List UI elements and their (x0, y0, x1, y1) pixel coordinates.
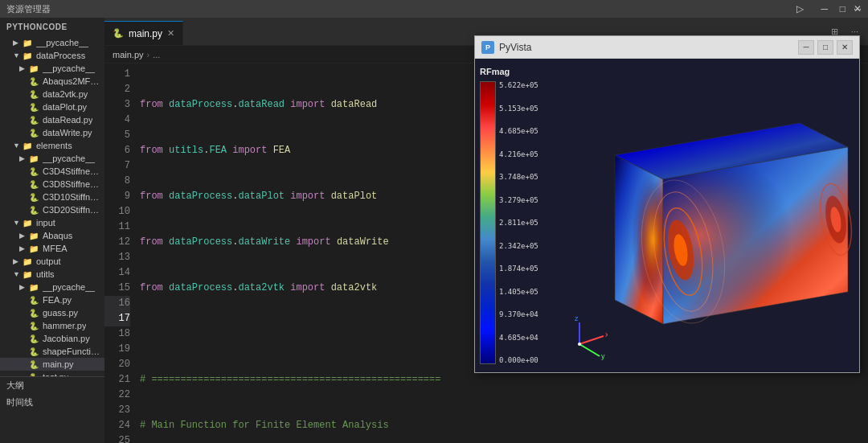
sidebar-item-abaqus[interactable]: ▶ 📁 Abaqus (0, 229, 104, 242)
sidebar-item-pycache-root[interactable]: ▶ 📁 __pycache__ (0, 36, 104, 49)
sidebar-item-fea[interactable]: 🐍 FEA.py (0, 293, 104, 306)
sidebar-item-pycache-dp[interactable]: ▶ 📁 __pycache__ (0, 62, 104, 75)
sidebar-item-label: elements (36, 141, 72, 150)
sidebar-item-dataplot[interactable]: 🐍 dataPlot.py (0, 100, 104, 113)
py-icon: 🐍 (29, 90, 40, 99)
sidebar-item-label: FEA.py (43, 295, 72, 305)
tab-main-py[interactable]: 🐍 main.py ✕ (104, 21, 183, 45)
folder-icon: 📁 (23, 51, 34, 60)
color-legend: RFmag 5.622e+05 5.153e+05 4.685e+05 4.21… (475, 59, 547, 372)
sidebar-item-label: input (36, 218, 55, 228)
sidebar-item-label: __pycache__ (43, 154, 95, 163)
folder-icon: 📁 (23, 39, 34, 47)
legend-val-10: 9.370e+04 (499, 310, 538, 318)
pyvista-content: RFmag 5.622e+05 5.153e+05 4.685e+05 4.21… (475, 59, 859, 372)
legend-val-11: 4.685e+04 (499, 334, 538, 342)
folder-icon: 📁 (29, 154, 40, 163)
sidebar-item-label: C3D4Stiffness.py (43, 166, 101, 176)
folder-icon: 📁 (23, 142, 34, 150)
title-bar-close[interactable]: ✕ (854, 0, 862, 18)
sidebar-timeline[interactable]: 时间线 (0, 394, 104, 411)
svg-point-6 (578, 343, 581, 346)
tab-close-button[interactable]: ✕ (167, 28, 174, 39)
sidebar-item-data2vtk[interactable]: 🐍 data2vtk.py (0, 88, 104, 100)
sidebar-item-label: utitls (36, 269, 55, 279)
py-icon: 🐍 (29, 180, 40, 189)
sidebar-item-label: dataPlot.py (43, 102, 87, 112)
sidebar-item-shapefunction[interactable]: 🐍 shapeFunction.py (0, 345, 104, 358)
py-icon: 🐍 (29, 296, 40, 305)
sidebar-item-output[interactable]: ▶ 📁 output (0, 255, 104, 268)
sidebar-item-c3d8[interactable]: 🐍 C3D8Stiffness.py (0, 178, 104, 191)
sidebar-item-label: main.py (43, 359, 74, 369)
sidebar-item-utitls[interactable]: ▼ 📁 utitls (0, 268, 104, 281)
sidebar-item-elements[interactable]: ▼ 📁 elements (0, 139, 104, 152)
sidebar-item-label: dataRead.py (43, 115, 92, 125)
pyvista-minimize-button[interactable]: ─ (798, 40, 814, 55)
arrow-icon: ▶ (13, 257, 23, 265)
folder-icon: 📁 (23, 219, 34, 228)
svg-text:x: x (605, 330, 608, 338)
py-icon: 🐍 (29, 360, 40, 369)
arrow-icon: ▼ (13, 270, 23, 278)
svg-text:y: y (601, 352, 605, 360)
legend-val-6: 2.811e+05 (499, 219, 538, 227)
breadcrumb-mainpy[interactable]: main.py (113, 50, 144, 59)
pyvista-icon: P (481, 41, 494, 54)
pyvista-close-button[interactable]: ✕ (837, 40, 853, 55)
pyvista-title: PyVista (499, 42, 798, 53)
sidebar-item-abaqus2mfea[interactable]: 🐍 Abaqus2MFEA.py (0, 75, 104, 88)
sidebar-item-pycache-el[interactable]: ▶ 📁 __pycache__ (0, 152, 104, 165)
py-icon: 🐍 (29, 129, 40, 137)
sidebar-item-label: __pycache__ (43, 64, 95, 73)
sidebar-item-input[interactable]: ▼ 📁 input (0, 216, 104, 229)
pyvista-maximize-button[interactable]: □ (817, 40, 833, 55)
sidebar-item-jacobian[interactable]: 🐍 Jacobian.py (0, 332, 104, 345)
sidebar-item-label: __pycache__ (36, 38, 88, 47)
py-icon: 🐍 (29, 334, 40, 343)
color-bar-container: 5.622e+05 5.153e+05 4.685e+05 4.216e+05 … (480, 81, 542, 364)
svg-line-2 (579, 344, 600, 356)
py-icon: 🐍 (29, 322, 40, 330)
folder-icon: 📁 (23, 257, 34, 266)
arrow-icon: ▼ (13, 219, 23, 227)
folder-icon: 📁 (23, 270, 34, 279)
sidebar-item-guass[interactable]: 🐍 guass.py (0, 306, 104, 319)
title-bar-maximize[interactable]: □ (840, 0, 845, 18)
3d-visualization[interactable]: x y z (547, 59, 859, 372)
legend-val-0: 5.622e+05 (499, 81, 538, 89)
arrow-icon: ▶ (19, 154, 29, 162)
breadcrumb-sep: › (147, 50, 150, 59)
py-icon: 🐍 (29, 309, 40, 318)
sidebar-item-label: Abaqus (43, 231, 72, 240)
sidebar-item-dataread[interactable]: 🐍 dataRead.py (0, 113, 104, 126)
py-icon: 🐍 (29, 167, 40, 176)
svg-text:z: z (575, 316, 579, 322)
sidebar-item-label: Jacobian.py (43, 334, 90, 343)
pyvista-title-bar: P PyVista ─ □ ✕ (475, 36, 859, 59)
sidebar-item-c3d4[interactable]: 🐍 C3D4Stiffness.py (0, 165, 104, 178)
sidebar-item-dataprocess[interactable]: ▼ 📁 dataProcess (0, 49, 104, 62)
sidebar-item-main[interactable]: 🐍 main.py (0, 358, 104, 371)
title-bar-minimize[interactable]: ─ (821, 0, 828, 18)
sidebar-outline[interactable]: 大纲 (0, 377, 104, 394)
breadcrumb-more[interactable]: ... (153, 50, 160, 59)
sidebar-item-c3d20[interactable]: 🐍 C3D20Stiffness.py (0, 203, 104, 216)
arrow-icon: ▶ (13, 39, 23, 47)
sidebar-item-datawrite[interactable]: 🐍 dataWrite.py (0, 126, 104, 139)
legend-val-8: 1.874e+05 (499, 265, 538, 273)
sidebar-item-label: Abaqus2MFEA.py (43, 76, 101, 86)
title-bar-run[interactable]: ▷ (796, 0, 804, 18)
legend-labels: 5.622e+05 5.153e+05 4.685e+05 4.216e+05 … (499, 81, 538, 364)
sidebar-item-hammer[interactable]: 🐍 hammer.py (0, 319, 104, 332)
sidebar-item-label: C3D10Stiffness.py (43, 192, 101, 202)
arrow-icon: ▼ (13, 51, 23, 59)
legend-val-7: 2.342e+05 (499, 242, 538, 250)
sidebar-item-label: C3D8Stiffness.py (43, 179, 101, 189)
sidebar-item-mfea[interactable]: ▶ 📁 MFEA (0, 242, 104, 255)
sidebar-item-pycache-ut[interactable]: ▶ 📁 __pycache__ (0, 281, 104, 293)
sidebar-item-label: guass.py (43, 308, 78, 318)
sidebar-item-c3d10[interactable]: 🐍 C3D10Stiffness.py (0, 191, 104, 203)
py-icon: 🐍 (29, 193, 40, 202)
arrow-icon: ▶ (19, 244, 29, 252)
